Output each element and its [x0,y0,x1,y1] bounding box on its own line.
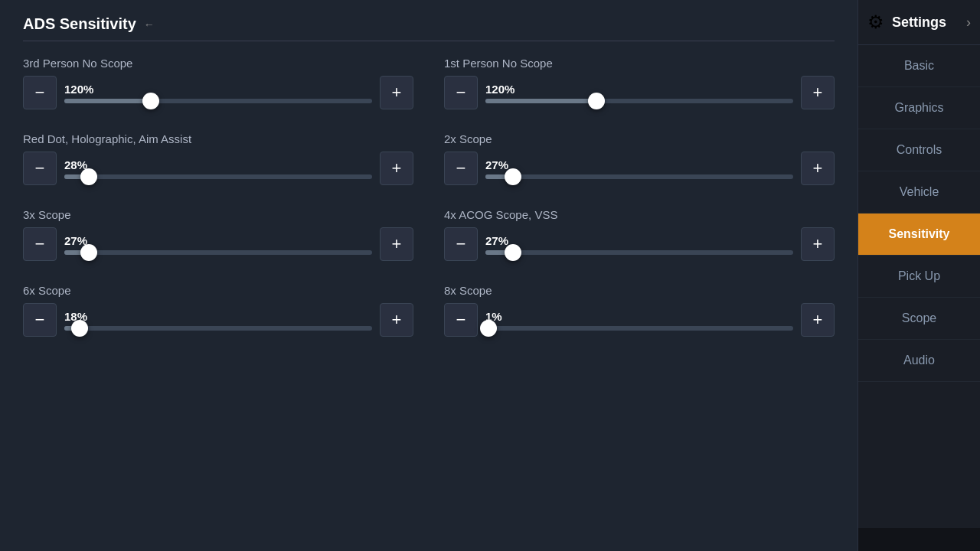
slider-row-6x-scope: − 18% + [23,303,413,337]
slider-section-8x-scope: 8x Scope − 1% + [444,284,835,337]
slider-plus-red-dot-holographic[interactable]: + [380,152,413,185]
slider-row-3x-scope: − 27% + [23,227,413,261]
sidebar-item-controls[interactable]: Controls [858,129,980,171]
sidebar: ⚙ Settings › BasicGraphicsControlsVehicl… [858,0,980,551]
slider-row-2x-scope: − 27% + [444,152,835,185]
slider-plus-4x-acog-scope[interactable]: + [801,227,835,261]
slider-value-6x-scope: 18% [64,310,372,323]
slider-value-red-dot-holographic: 28% [64,158,372,171]
slider-label-1st-person-no-scope: 1st Person No Scope [444,57,835,70]
sidebar-item-sensitivity[interactable]: Sensitivity [858,214,980,256]
slider-container-8x-scope: 1% [485,310,793,331]
slider-minus-3x-scope[interactable]: − [23,227,57,261]
slider-value-2x-scope: 27% [485,158,793,171]
slider-label-4x-acog-scope: 4x ACOG Scope, VSS [444,208,835,221]
slider-track-8x-scope[interactable] [485,326,793,331]
slider-row-4x-acog-scope: − 27% + [444,227,835,261]
slider-label-red-dot-holographic: Red Dot, Holographic, Aim Assist [23,132,413,145]
slider-minus-3rd-person-no-scope[interactable]: − [23,76,57,109]
slider-minus-6x-scope[interactable]: − [23,303,57,337]
slider-plus-2x-scope[interactable]: + [801,152,835,185]
slider-minus-4x-acog-scope[interactable]: − [444,227,478,261]
slider-value-4x-acog-scope: 27% [485,234,793,247]
slider-section-3rd-person-no-scope: 3rd Person No Scope − 120% + [23,57,413,109]
slider-thumb-6x-scope[interactable] [71,320,88,337]
slider-thumb-2x-scope[interactable] [505,168,521,185]
sliders-grid: 3rd Person No Scope − 120% + 1st Person … [23,57,835,337]
slider-row-8x-scope: − 1% + [444,303,835,337]
slider-value-1st-person-no-scope: 120% [485,83,793,96]
slider-plus-3x-scope[interactable]: + [380,227,413,261]
slider-track-2x-scope[interactable] [485,174,793,179]
slider-section-1st-person-no-scope: 1st Person No Scope − 120% + [444,57,835,109]
sidebar-item-vehicle[interactable]: Vehicle [858,171,980,214]
slider-fill-3rd-person-no-scope [64,99,151,103]
sidebar-item-audio[interactable]: Audio [858,340,980,382]
slider-value-8x-scope: 1% [485,310,793,323]
slider-container-2x-scope: 27% [485,158,793,179]
slider-minus-8x-scope[interactable]: − [444,303,478,337]
slider-track-4x-acog-scope[interactable] [485,250,793,255]
slider-container-3rd-person-no-scope: 120% [64,83,372,103]
slider-section-3x-scope: 3x Scope − 27% + [23,208,413,261]
slider-track-6x-scope[interactable] [64,326,372,331]
sidebar-item-scope[interactable]: Scope [858,298,980,340]
slider-plus-1st-person-no-scope[interactable]: + [801,76,835,109]
sidebar-item-pickup[interactable]: Pick Up [858,256,980,298]
slider-plus-3rd-person-no-scope[interactable]: + [380,76,413,109]
slider-row-1st-person-no-scope: − 120% + [444,76,835,109]
slider-thumb-3x-scope[interactable] [80,244,97,261]
page-title: ADS Sensitivity [23,15,136,33]
slider-container-3x-scope: 27% [64,234,372,255]
slider-container-red-dot-holographic: 28% [64,158,372,179]
slider-row-red-dot-holographic: − 28% + [23,152,413,185]
slider-section-2x-scope: 2x Scope − 27% + [444,132,835,185]
slider-minus-2x-scope[interactable]: − [444,152,478,185]
slider-label-3rd-person-no-scope: 3rd Person No Scope [23,57,413,70]
slider-thumb-4x-acog-scope[interactable] [505,244,521,261]
slider-label-6x-scope: 6x Scope [23,284,413,297]
slider-thumb-1st-person-no-scope[interactable] [588,93,605,109]
slider-container-1st-person-no-scope: 120% [485,83,793,103]
slider-track-1st-person-no-scope[interactable] [485,99,793,103]
main-content: ADS Sensitivity ← 3rd Person No Scope − … [0,0,858,551]
sidebar-title: Settings [892,15,946,31]
slider-label-8x-scope: 8x Scope [444,284,835,297]
slider-label-2x-scope: 2x Scope [444,132,835,145]
sidebar-item-basic[interactable]: Basic [858,45,980,87]
slider-plus-8x-scope[interactable]: + [801,303,835,337]
slider-minus-1st-person-no-scope[interactable]: − [444,76,478,109]
slider-value-3rd-person-no-scope: 120% [64,83,372,96]
slider-fill-1st-person-no-scope [485,99,596,103]
bottom-bar [858,528,980,551]
slider-section-4x-acog-scope: 4x ACOG Scope, VSS − 27% + [444,208,835,261]
slider-track-3x-scope[interactable] [64,250,372,255]
header: ADS Sensitivity ← [23,15,835,41]
slider-section-6x-scope: 6x Scope − 18% + [23,284,413,337]
slider-container-6x-scope: 18% [64,310,372,331]
slider-thumb-8x-scope[interactable] [480,320,497,337]
slider-thumb-red-dot-holographic[interactable] [80,168,97,185]
slider-section-red-dot-holographic: Red Dot, Holographic, Aim Assist − 28% + [23,132,413,185]
sidebar-nav: BasicGraphicsControlsVehicleSensitivityP… [858,45,980,528]
slider-track-red-dot-holographic[interactable] [64,174,372,179]
sidebar-item-graphics[interactable]: Graphics [858,87,980,129]
slider-plus-6x-scope[interactable]: + [380,303,413,337]
slider-thumb-3rd-person-no-scope[interactable] [142,93,159,109]
slider-row-3rd-person-no-scope: − 120% + [23,76,413,109]
slider-track-3rd-person-no-scope[interactable] [64,99,372,103]
slider-label-3x-scope: 3x Scope [23,208,413,221]
slider-container-4x-acog-scope: 27% [485,234,793,255]
slider-value-3x-scope: 27% [64,234,372,247]
sidebar-header: ⚙ Settings › [858,0,980,45]
back-arrow[interactable]: ← [144,18,155,31]
close-icon[interactable]: › [966,15,971,31]
settings-icon: ⚙ [867,11,884,33]
slider-minus-red-dot-holographic[interactable]: − [23,152,57,185]
